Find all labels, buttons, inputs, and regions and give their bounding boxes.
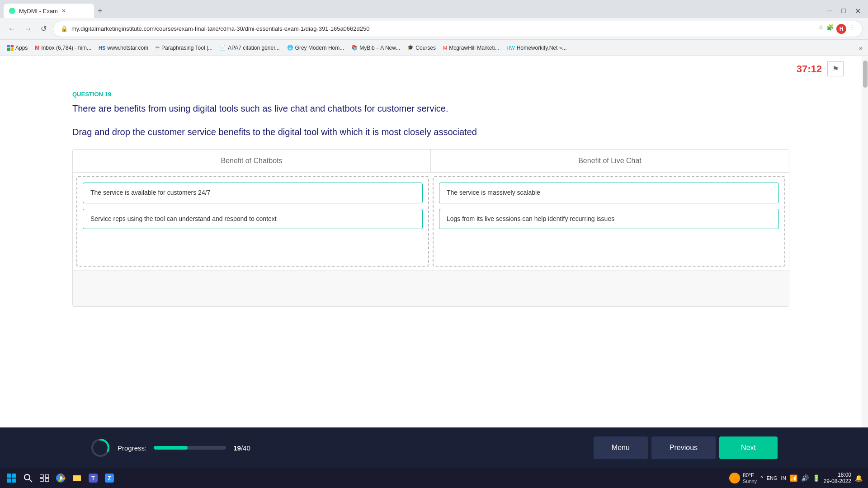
mcgrawhill-icon: M bbox=[443, 45, 447, 51]
address-bar[interactable]: 🔒 my.digitalmarketinginstitute.com/cours… bbox=[53, 21, 863, 37]
svg-rect-9 bbox=[40, 479, 43, 482]
bookmark-apa7[interactable]: 📄 APA7 citation gener... bbox=[218, 44, 282, 52]
flag-button[interactable]: ⚑ bbox=[827, 61, 844, 76]
bookmark-mcgrawhill[interactable]: M McgrawHill Marketi... bbox=[441, 44, 501, 52]
bookmark-homeworkify[interactable]: HW Homeworkify.Net »... bbox=[505, 44, 569, 52]
bookmarks-more-icon[interactable]: » bbox=[859, 44, 863, 52]
bookmark-grey-modern[interactable]: 🌐 Grey Modern Hom... bbox=[285, 44, 346, 52]
address-bar-icons: ☆ 🧩 H ⋮ bbox=[818, 24, 855, 34]
close-button[interactable]: ✕ bbox=[851, 5, 864, 17]
taskbar-files-icon[interactable] bbox=[71, 472, 83, 484]
right-drop-zone[interactable]: The service is massively scalable Logs f… bbox=[433, 176, 785, 267]
previous-button[interactable]: Previous bbox=[651, 436, 716, 459]
homeworkify-icon: HW bbox=[507, 45, 515, 51]
left-drop-zone[interactable]: The service is available for customers 2… bbox=[76, 176, 429, 267]
task-view-icon[interactable] bbox=[38, 472, 51, 484]
taskbar-right: 80°F Sunny ^ ENG IN 📶 🔊 🔋 18:00 29-08-20… bbox=[729, 472, 863, 484]
bookmark-paraphrasing[interactable]: ✏ Paraphrasing Tool |... bbox=[154, 44, 214, 52]
drag-item-chatbots-1[interactable]: The service is available for customers 2… bbox=[83, 183, 423, 203]
extension-icon[interactable]: 🧩 bbox=[826, 24, 834, 34]
timer-display: 37:12 bbox=[797, 63, 822, 75]
taskbar-teams-icon[interactable]: T bbox=[87, 472, 99, 484]
gmail-label: Inbox (6,784) - him... bbox=[41, 45, 91, 51]
svg-point-5 bbox=[24, 474, 30, 480]
files-icon bbox=[72, 473, 82, 483]
scrollbar-thumb[interactable] bbox=[863, 61, 868, 88]
address-bar-row: ← → ↺ 🔒 my.digitalmarketinginstitute.com… bbox=[0, 18, 868, 40]
taskbar-chrome-icon[interactable] bbox=[54, 472, 67, 484]
svg-rect-4 bbox=[12, 479, 16, 483]
question-content: QUESTION 19 There are benefits from usin… bbox=[0, 82, 862, 325]
column-headers: Benefit of Chatbots Benefit of Live Chat bbox=[73, 150, 789, 173]
progress-label: Progress: bbox=[118, 444, 146, 452]
bottom-navigation: Progress: 19/40 Menu Previous Next bbox=[0, 427, 868, 468]
courses-icon: 🎓 bbox=[407, 45, 414, 51]
right-column-header: Benefit of Live Chat bbox=[431, 150, 789, 172]
grey-icon: 🌐 bbox=[287, 45, 293, 51]
svg-rect-3 bbox=[7, 479, 11, 483]
forward-button[interactable]: → bbox=[22, 23, 34, 35]
progress-bar-container bbox=[154, 446, 226, 450]
progress-section: Progress: 19/40 bbox=[90, 438, 585, 458]
taskbar-zoom-icon[interactable]: Z bbox=[103, 472, 116, 484]
window-controls: ─ □ ✕ bbox=[824, 5, 864, 17]
grey-label: Grey Modern Hom... bbox=[295, 45, 344, 51]
taskbar-search-icon[interactable] bbox=[22, 472, 34, 484]
svg-text:T: T bbox=[91, 475, 95, 482]
windows-logo bbox=[7, 474, 16, 483]
url-text: my.digitalmarketinginstitute.com/courses… bbox=[71, 25, 815, 32]
svg-rect-2 bbox=[12, 474, 16, 478]
page-scrollbar[interactable] bbox=[862, 56, 868, 427]
menu-button[interactable]: Menu bbox=[594, 436, 648, 459]
profile-icon[interactable]: H bbox=[836, 24, 846, 34]
bookmark-star-icon[interactable]: ☆ bbox=[818, 24, 824, 34]
progress-count: 19/40 bbox=[233, 444, 250, 452]
bookmark-mybib[interactable]: 📚 MyBib – A New... bbox=[349, 44, 402, 52]
svg-rect-14 bbox=[73, 476, 81, 481]
hotstar-icon: HS bbox=[99, 45, 105, 51]
main-area: 37:12 ⚑ QUESTION 19 There are benefits f… bbox=[0, 56, 868, 427]
bookmark-hotstar[interactable]: HS www.hotstar.com bbox=[97, 44, 150, 52]
hotstar-label: www.hotstar.com bbox=[107, 45, 148, 51]
taskbar: T Z 80°F Sunny ^ ENG IN 📶 🔊 🔋 18:0 bbox=[0, 468, 868, 488]
minimize-button[interactable]: ─ bbox=[824, 5, 836, 17]
mybib-icon: 📚 bbox=[351, 45, 358, 51]
zoom-icon: Z bbox=[104, 473, 114, 483]
bookmark-courses[interactable]: 🎓 Courses bbox=[406, 44, 438, 52]
progress-bar-fill bbox=[154, 446, 188, 450]
next-button[interactable]: Next bbox=[719, 436, 778, 459]
menu-dots-icon[interactable]: ⋮ bbox=[849, 24, 855, 34]
bookmark-apps[interactable]: Apps bbox=[5, 44, 29, 52]
start-button[interactable] bbox=[5, 472, 18, 484]
empty-drop-area[interactable] bbox=[73, 270, 789, 306]
drag-drop-container: Benefit of Chatbots Benefit of Live Chat… bbox=[72, 149, 789, 307]
drag-item-livechat-2[interactable]: Logs from its live sessions can help ide… bbox=[439, 209, 779, 230]
task-view-svg bbox=[40, 474, 49, 482]
svg-rect-8 bbox=[45, 474, 49, 478]
bookmark-gmail[interactable]: M Inbox (6,784) - him... bbox=[33, 44, 93, 52]
teams-icon: T bbox=[88, 473, 98, 483]
drag-item-livechat-1[interactable]: The service is massively scalable bbox=[439, 183, 779, 203]
tab-close-button[interactable]: ✕ bbox=[61, 8, 66, 14]
tab-favicon bbox=[9, 8, 15, 14]
drop-zones: The service is available for customers 2… bbox=[73, 173, 789, 270]
mybib-label: MyBib – A New... bbox=[359, 45, 400, 51]
notification-icon[interactable]: 🔔 bbox=[855, 474, 863, 482]
homeworkify-label: Homeworkify.Net »... bbox=[517, 45, 566, 51]
tab-bar: MyDMI - Exam ✕ + ─ □ ✕ bbox=[0, 0, 868, 18]
weather-info: 80°F Sunny bbox=[743, 472, 757, 484]
maximize-button[interactable]: □ bbox=[838, 5, 849, 17]
question-label: QUESTION 19 bbox=[72, 91, 789, 98]
back-button[interactable]: ← bbox=[5, 23, 18, 35]
drag-item-chatbots-2[interactable]: Service reps using the tool can understa… bbox=[83, 209, 423, 230]
apps-label: Apps bbox=[15, 45, 28, 51]
svg-line-6 bbox=[29, 479, 32, 482]
active-tab[interactable]: MyDMI - Exam ✕ bbox=[4, 4, 94, 18]
courses-label: Courses bbox=[415, 45, 436, 51]
reload-button[interactable]: ↺ bbox=[38, 23, 49, 35]
weather-temp: 80°F bbox=[743, 472, 757, 479]
tray-chevron[interactable]: ^ bbox=[760, 475, 763, 481]
dmi-logo bbox=[90, 438, 110, 458]
new-tab-button[interactable]: + bbox=[94, 5, 106, 18]
lock-icon: 🔒 bbox=[61, 25, 68, 32]
